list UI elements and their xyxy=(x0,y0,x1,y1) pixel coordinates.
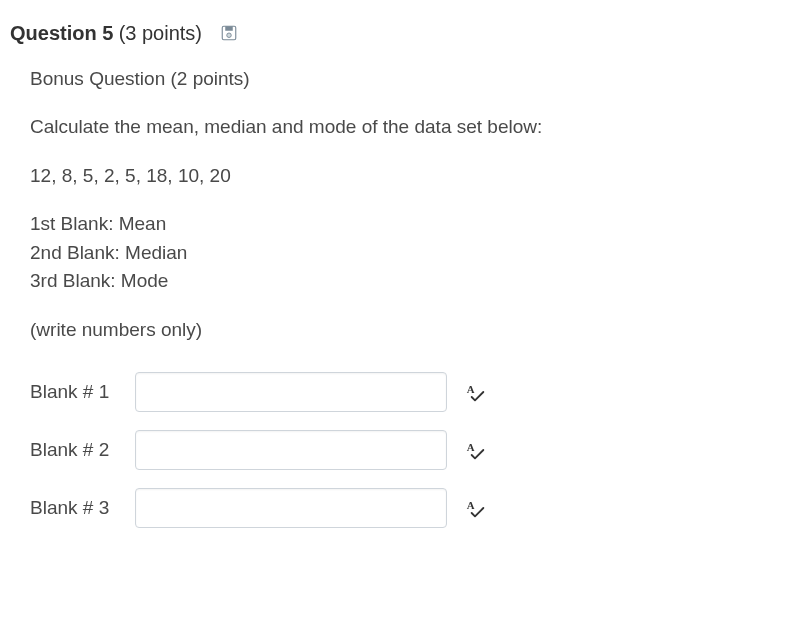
question-prompt: Calculate the mean, median and mode of t… xyxy=(30,113,790,142)
question-title: Question 5 (3 points) xyxy=(10,18,202,49)
legend-second: 2nd Blank: Median xyxy=(30,239,790,268)
svg-text:A: A xyxy=(467,383,475,395)
blank-input-1[interactable] xyxy=(135,372,447,412)
question-number: Question 5 xyxy=(10,22,113,44)
blank-label-3: Blank # 3 xyxy=(30,494,135,523)
blank-legend: 1st Blank: Mean 2nd Blank: Median 3rd Bl… xyxy=(30,210,790,296)
svg-text:A: A xyxy=(467,499,475,511)
svg-rect-1 xyxy=(225,27,233,32)
svg-point-2 xyxy=(227,33,232,38)
blank-label-1: Blank # 1 xyxy=(30,378,135,407)
question-header: Question 5 (3 points) xyxy=(10,18,790,49)
spellcheck-icon[interactable]: A xyxy=(465,498,485,518)
data-set: 12, 8, 5, 2, 5, 18, 10, 20 xyxy=(30,162,790,191)
question-body: Bonus Question (2 points) Calculate the … xyxy=(10,65,790,529)
legend-third: 3rd Blank: Mode xyxy=(30,267,790,296)
bonus-line: Bonus Question (2 points) xyxy=(30,65,790,94)
spellcheck-icon[interactable]: A xyxy=(465,382,485,402)
answer-hint: (write numbers only) xyxy=(30,316,790,345)
blank-input-3[interactable] xyxy=(135,488,447,528)
blank-label-2: Blank # 2 xyxy=(30,436,135,465)
blank-row-3: Blank # 3 A xyxy=(30,488,790,528)
blank-row-1: Blank # 1 A xyxy=(30,372,790,412)
spellcheck-icon[interactable]: A xyxy=(465,440,485,460)
blank-input-2[interactable] xyxy=(135,430,447,470)
save-status-icon xyxy=(220,24,238,42)
blank-row-2: Blank # 2 A xyxy=(30,430,790,470)
question-points: (3 points) xyxy=(119,22,202,44)
svg-text:A: A xyxy=(467,441,475,453)
legend-first: 1st Blank: Mean xyxy=(30,210,790,239)
